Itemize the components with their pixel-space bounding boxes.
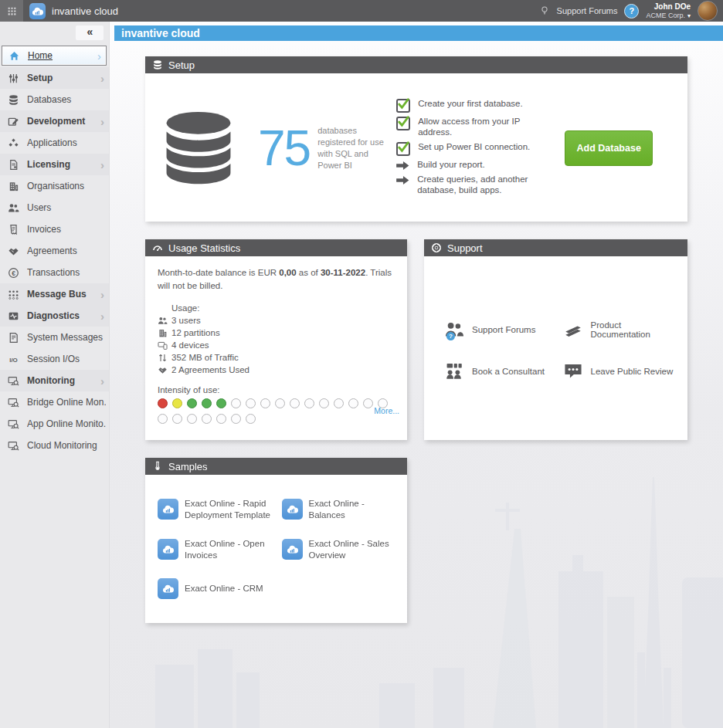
sidebar-item-applications[interactable]: Applications <box>0 132 109 154</box>
sidebar-item-label: Home <box>28 50 97 61</box>
sample-label: Exact Online - Rapid Deployment Template <box>185 498 273 521</box>
sidebar-item-label: Message Bus <box>27 289 100 300</box>
next-step-label: Create queries, add another database, bu… <box>417 174 554 196</box>
usage-item-text: 4 devices <box>171 340 209 350</box>
leave-review-link[interactable]: Leave Public Review <box>563 361 682 381</box>
sidebar-item-session-ios[interactable]: Session I/Os <box>0 348 109 370</box>
sidebar-item-label: Session I/Os <box>27 354 106 364</box>
arrow-right-icon <box>396 161 409 171</box>
sample-link-open-invoices[interactable]: Exact Online - Open Invoices <box>158 538 273 561</box>
sample-cloud-icon <box>158 539 178 560</box>
support-forums-icon: ? <box>444 320 465 340</box>
sidebar-item-message-bus[interactable]: Message Bus › <box>0 283 109 305</box>
checked-checkbox-icon <box>396 142 410 156</box>
licensing-icon <box>8 158 20 171</box>
intensity-label: Intensity of use: <box>158 385 395 394</box>
chevron-right-icon: › <box>100 159 106 171</box>
sidebar-item-monitoring[interactable]: Monitoring › <box>0 370 109 391</box>
sidebar-item-label: Bridge Online Mon... <box>27 397 106 408</box>
sidebar-collapse-button[interactable]: « <box>76 25 104 40</box>
add-database-button[interactable]: Add Database <box>565 130 653 166</box>
sidebar-item-databases[interactable]: Databases <box>0 89 109 110</box>
sidebar-item-diagnostics[interactable]: Diagnostics › <box>0 305 109 327</box>
chevron-right-icon: › <box>100 73 106 84</box>
support-link-label: Product Documentation <box>591 320 682 339</box>
sidebar-item-setup[interactable]: Setup › <box>0 67 109 89</box>
checklist-item-label: Create your first database. <box>418 98 523 109</box>
monitoring-icon <box>8 374 20 387</box>
sample-link-balances[interactable]: Exact Online - Balances <box>282 498 397 521</box>
sidebar-item-label: Applications <box>27 137 106 148</box>
sample-label: Exact Online - Sales Overview <box>309 538 397 561</box>
sidebar-item-app-online-monitoring[interactable]: App Online Monito... <box>0 413 109 435</box>
support-forums-link[interactable]: ? Support Forums <box>444 320 563 340</box>
intensity-dot-empty <box>348 398 358 408</box>
chevron-right-icon: › <box>97 50 103 62</box>
sidebar-item-organisations[interactable]: Organisations <box>0 175 109 197</box>
user-org: ACME Corp. <box>646 12 685 19</box>
support-forums-link[interactable]: Support Forums <box>557 6 618 15</box>
intensity-dot-empty <box>246 398 256 408</box>
intensity-dot-empty <box>231 414 241 424</box>
database-count-caption: databases registered for use with SQL an… <box>317 125 387 171</box>
product-documentation-link[interactable]: Product Documentation <box>563 320 682 340</box>
intensity-dot-red <box>158 398 168 408</box>
intensity-dot-empty <box>260 398 270 408</box>
samples-panel-header: Samples <box>145 458 407 475</box>
sliders-icon <box>8 72 20 84</box>
sidebar-item-label: System Messages <box>27 332 106 343</box>
user-menu[interactable]: John DOe ACME Corp.▾ <box>646 2 691 19</box>
avatar[interactable] <box>698 1 718 21</box>
sidebar-item-label: Setup <box>27 73 100 83</box>
more-link[interactable]: More... <box>374 406 399 415</box>
users-icon <box>8 201 20 214</box>
intensity-dot-green <box>202 398 212 408</box>
usage-statistics-panel: Usage Statistics Month-to-date balance i… <box>145 239 407 440</box>
session-io-icon <box>8 353 20 365</box>
sample-link-rapid-deployment[interactable]: Exact Online - Rapid Deployment Template <box>158 498 273 521</box>
sidebar-item-invoices[interactable]: Invoices <box>0 218 109 240</box>
intensity-dot-empty <box>231 398 241 408</box>
chevron-right-icon: › <box>100 310 106 322</box>
sample-link-sales-overview[interactable]: Exact Online - Sales Overview <box>282 538 397 561</box>
app-launcher-button[interactable] <box>0 0 23 22</box>
sidebar-item-system-messages[interactable]: System Messages <box>0 327 109 348</box>
sidebar-item-licensing[interactable]: Licensing › <box>0 154 109 175</box>
sidebar-item-home[interactable]: Home › <box>2 46 107 66</box>
topbar-right: Support Forums ? John DOe ACME Corp.▾ <box>539 1 723 21</box>
sidebar-item-label: Diagnostics <box>27 310 100 321</box>
database-icon <box>8 93 20 106</box>
intensity-dot-empty <box>202 414 212 424</box>
usage-item: 2 Agreements Used <box>158 365 395 375</box>
sidebar-item-transactions[interactable]: Transactions <box>0 262 109 283</box>
checklist-item: Create your first database. <box>396 98 554 113</box>
intensity-dot-green <box>216 398 226 408</box>
devices-icon <box>158 340 168 350</box>
monitoring-icon <box>8 439 20 452</box>
sample-cloud-icon <box>282 539 303 560</box>
sample-link-crm[interactable]: Exact Online - CRM <box>158 578 273 599</box>
monitoring-icon <box>8 396 20 408</box>
cloud-logo-icon <box>32 7 43 15</box>
users-icon <box>158 316 168 326</box>
book-consultant-link[interactable]: Book a Consultant <box>444 361 563 381</box>
chevron-down-icon: ▾ <box>687 12 691 19</box>
organisations-icon <box>8 180 20 192</box>
sidebar-item-users[interactable]: Users <box>0 197 109 218</box>
intensity-dot-empty <box>158 414 168 424</box>
life-ring-icon <box>431 242 442 253</box>
help-icon[interactable]: ? <box>624 4 639 19</box>
main-content: invantive cloud Setup 75 databases regis… <box>109 22 723 728</box>
sidebar-item-agreements[interactable]: Agreements <box>0 240 109 262</box>
support-panel: Support ? Support Forums Product Documen… <box>424 239 687 440</box>
lightbulb-icon <box>539 5 550 16</box>
sidebar-item-label: Monitoring <box>27 375 100 386</box>
partitions-icon <box>158 328 168 338</box>
intensity-dot-empty <box>290 398 300 408</box>
sidebar-item-development[interactable]: Development › <box>0 110 109 132</box>
sample-label: Exact Online - Open Invoices <box>185 538 273 561</box>
checklist-item-label: Set up Power BI connection. <box>418 141 530 152</box>
support-panel-header: Support <box>424 239 687 256</box>
sidebar-item-bridge-online-monitoring[interactable]: Bridge Online Mon... <box>0 391 109 413</box>
sidebar-item-cloud-monitoring[interactable]: Cloud Monitoring <box>0 435 109 456</box>
